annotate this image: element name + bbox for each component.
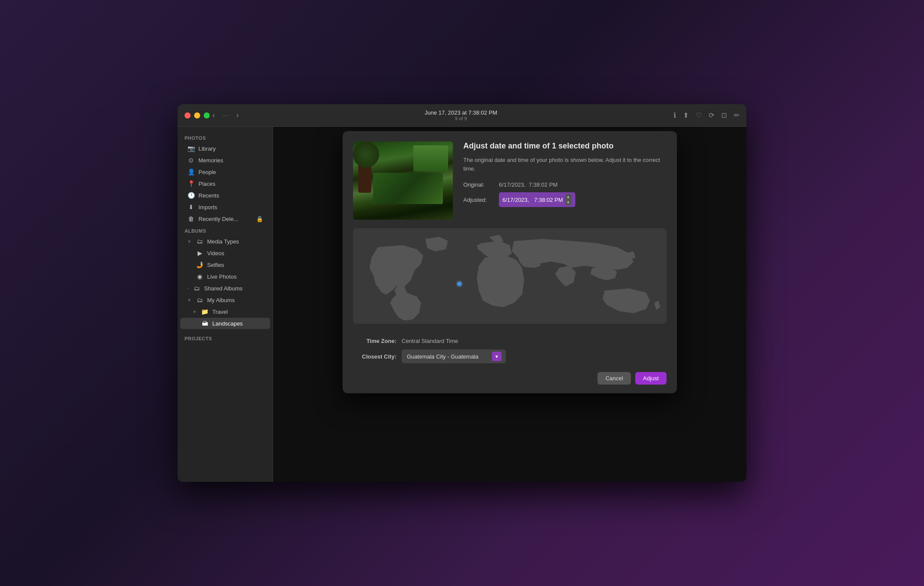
modal-bottom: Time Zone: Central Standard Time Closest… [343,331,677,393]
adjusted-date-input[interactable]: 6/17/2023, 7:38:02 PM ▲ ▼ [499,192,575,207]
modal-description: The original date and time of your photo… [463,156,667,173]
my-albums-icon: 🗂 [196,296,204,303]
sidebar-item-recently-deleted[interactable]: 🗑 Recently Dele... 🔒 [180,213,270,224]
sidebar-item-recents[interactable]: 🕐 Recents [180,190,270,201]
sidebar-item-selfies-label: Selfies [207,262,224,268]
date-stepper[interactable]: ▲ ▼ [565,194,572,205]
sidebar-item-places-label: Places [198,181,215,187]
photo-thumbnail [353,142,453,220]
world-map [353,228,667,324]
original-label: Original: [463,181,494,188]
sidebar-item-library[interactable]: 📷 Library [180,143,270,154]
live-photos-icon: ◉ [196,273,204,280]
titlebar-subtitle: 9 of 9 [455,116,467,121]
maximize-button[interactable] [204,112,210,119]
city-label: Closest City: [353,353,396,360]
sidebar-item-memories[interactable]: ⊙ Memories [180,155,270,166]
sidebar-item-travel-label: Travel [212,309,228,315]
adjusted-input-row: 6/17/2023, 7:38:02 PM ▲ ▼ [499,192,575,207]
shared-albums-icon: 🗂 [193,285,201,292]
recents-icon: 🕐 [187,192,195,199]
cancel-button[interactable]: Cancel [597,372,630,385]
share-icon[interactable]: ⬆ [683,111,689,119]
sidebar-item-library-label: Library [198,145,216,152]
sidebar-item-media-types[interactable]: ▼ 🗂 Media Types [180,236,270,247]
app-window: ‹ — › June 17, 2023 at 7:38:02 PM 9 of 9… [178,104,746,482]
photos-section-label: Photos [178,132,273,142]
sidebar-item-videos[interactable]: ▶ Videos [180,247,270,259]
places-icon: 📍 [187,180,195,187]
sidebar: Photos 📷 Library ⊙ Memories 👤 People 📍 P… [178,127,273,482]
city-row: Closest City: Guatemala City - Guatemala… [353,349,667,363]
sidebar-item-videos-label: Videos [207,250,224,257]
original-date: 6/17/2023, 7:38:02 PM [499,181,558,188]
landscapes-icon: 🏔 [201,320,209,327]
sidebar-item-shared-albums-label: Shared Albums [204,285,242,292]
videos-icon: ▶ [196,250,204,257]
minimize-button[interactable] [194,112,200,119]
sidebar-item-live-photos-label: Live Photos [207,273,237,280]
adjusted-label: Adjusted: [463,197,494,203]
chevron-down-icon: ▼ [495,354,499,359]
timezone-row: Time Zone: Central Standard Time [353,338,667,344]
back-button[interactable]: ‹ [210,109,218,122]
traffic-lights [185,112,210,119]
modal-overlay: Adjust date and time of 1 selected photo… [273,127,746,482]
world-map-container [353,228,667,324]
sidebar-item-imports-label: Imports [198,204,217,211]
close-button[interactable] [185,112,191,119]
sidebar-item-media-types-label: Media Types [207,238,239,245]
city-dropdown-arrow: ▼ [492,352,502,361]
titlebar: ‹ — › June 17, 2023 at 7:38:02 PM 9 of 9… [178,104,746,127]
heart-icon[interactable]: ♡ [696,111,702,119]
projects-section-label: Projects [178,333,273,343]
sidebar-item-live-photos[interactable]: ◉ Live Photos [180,271,270,282]
photo-thumbnail-image [353,142,453,220]
sidebar-item-my-albums-label: My Albums [207,297,235,303]
crop-icon[interactable]: ⊡ [721,111,727,119]
adjusted-date-row: Adjusted: 6/17/2023, 7:38:02 PM ▲ ▼ [463,192,667,207]
selfies-icon: 🤳 [196,261,204,268]
sidebar-item-recents-label: Recents [198,192,219,199]
recently-deleted-icon: 🗑 [187,215,195,222]
sidebar-item-recently-deleted-label: Recently Dele... [198,216,238,222]
sidebar-item-selfies[interactable]: 🤳 Selfies [180,259,270,270]
modal-buttons: Cancel Adjust [353,372,667,385]
sidebar-item-my-albums[interactable]: ▼ 🗂 My Albums [180,294,270,306]
original-date-row: Original: 6/17/2023, 7:38:02 PM [463,181,667,188]
sidebar-item-people[interactable]: 👤 People [180,166,270,178]
edit-icon[interactable]: ✏ [734,111,739,119]
modal-top: Adjust date and time of 1 selected photo… [343,131,677,228]
titlebar-center: June 17, 2023 at 7:38:02 PM 9 of 9 [248,109,673,121]
city-dropdown-text: Guatemala City - Guatemala [407,353,488,360]
sidebar-item-landscapes-label: Landscapes [212,320,243,327]
titlebar-title: June 17, 2023 at 7:38:02 PM [425,109,497,116]
sidebar-item-imports[interactable]: ⬇ Imports [180,201,270,213]
info-icon[interactable]: ℹ [673,111,676,119]
adjust-button[interactable]: Adjust [635,372,667,385]
sidebar-item-landscapes[interactable]: 🏔 Landscapes [180,318,270,329]
sidebar-item-places[interactable]: 📍 Places [180,178,270,189]
sidebar-item-people-label: People [198,169,216,175]
titlebar-actions: ℹ ⬆ ♡ ⟳ ⊡ ✏ [673,111,739,119]
titlebar-nav: ‹ — › [210,109,241,122]
shared-albums-chevron: › [187,286,188,291]
sidebar-item-shared-albums[interactable]: › 🗂 Shared Albums [180,283,270,294]
city-dropdown[interactable]: Guatemala City - Guatemala ▼ [402,349,506,363]
stepper-up[interactable]: ▲ [565,194,572,200]
media-types-icon: 🗂 [196,238,204,245]
modal-info: Adjust date and time of 1 selected photo… [463,142,667,220]
modal-title: Adjust date and time of 1 selected photo [463,142,667,151]
sidebar-item-travel[interactable]: ▼ 📁 Travel [180,306,270,317]
main-content: Adjust date and time of 1 selected photo… [273,127,746,482]
memories-icon: ⊙ [187,157,195,164]
timezone-label: Time Zone: [353,338,396,344]
library-icon: 📷 [187,145,195,152]
forward-button[interactable]: › [234,109,241,122]
rotate-icon[interactable]: ⟳ [709,111,714,119]
app-body: Photos 📷 Library ⊙ Memories 👤 People 📍 P… [178,127,746,482]
stepper-down[interactable]: ▼ [565,200,572,205]
imports-icon: ⬇ [187,204,195,211]
location-dot [457,282,462,286]
adjust-datetime-modal: Adjust date and time of 1 selected photo… [343,131,677,393]
